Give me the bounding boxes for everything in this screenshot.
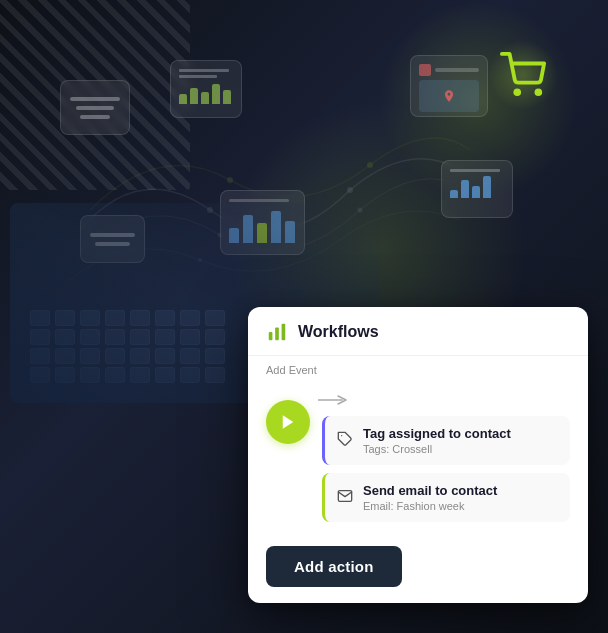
bg-card-2 <box>170 60 242 118</box>
cart-icon-wrapper <box>488 40 558 110</box>
tag-action-item: Tag assigned to contact Tags: Crossell <box>322 416 570 465</box>
bg-card-3 <box>410 55 488 117</box>
bg-card-5 <box>80 215 145 263</box>
svg-point-6 <box>198 258 202 262</box>
add-action-button[interactable]: Add action <box>266 546 402 587</box>
svg-rect-10 <box>275 327 279 340</box>
play-button[interactable] <box>266 400 310 444</box>
svg-marker-12 <box>283 415 294 429</box>
email-action-title: Send email to contact <box>363 483 497 498</box>
keyboard-background <box>30 310 227 383</box>
svg-point-8 <box>367 162 373 168</box>
add-event-label: Add Event <box>248 356 588 382</box>
svg-point-1 <box>536 90 540 94</box>
svg-rect-9 <box>269 332 273 340</box>
tag-icon <box>337 431 353 447</box>
svg-point-0 <box>515 90 519 94</box>
svg-point-5 <box>358 208 363 213</box>
cart-icon <box>500 52 546 98</box>
tag-icon-wrapper <box>337 431 353 451</box>
actions-container: Tag assigned to contact Tags: Crossell S… <box>322 390 570 530</box>
svg-point-2 <box>207 207 213 213</box>
flow-arrow <box>318 390 354 410</box>
bg-card-4 <box>441 160 513 218</box>
tag-action-title: Tag assigned to contact <box>363 426 511 441</box>
workflow-body: Tag assigned to contact Tags: Crossell S… <box>248 382 588 546</box>
workflow-header: Workflows <box>248 307 588 356</box>
workflow-card: Workflows Add Event <box>248 307 588 603</box>
svg-point-3 <box>347 187 353 193</box>
workflow-actions-area: Add action <box>248 546 588 603</box>
envelope-icon <box>337 488 353 504</box>
svg-rect-11 <box>282 324 286 341</box>
svg-point-7 <box>227 177 233 183</box>
workflow-title: Workflows <box>298 323 379 341</box>
bg-card-1 <box>60 80 130 135</box>
connector-arrow <box>318 390 570 410</box>
play-icon <box>279 413 297 431</box>
email-action-item: Send email to contact Email: Fashion wee… <box>322 473 570 522</box>
email-action-subtitle: Email: Fashion week <box>363 500 497 512</box>
tag-action-subtitle: Tags: Crossell <box>363 443 511 455</box>
tag-action-content: Tag assigned to contact Tags: Crossell <box>363 426 511 455</box>
bg-card-6 <box>220 190 305 255</box>
envelope-icon-wrapper <box>337 488 353 508</box>
email-action-content: Send email to contact Email: Fashion wee… <box>363 483 497 512</box>
bar-chart-icon <box>266 321 288 343</box>
